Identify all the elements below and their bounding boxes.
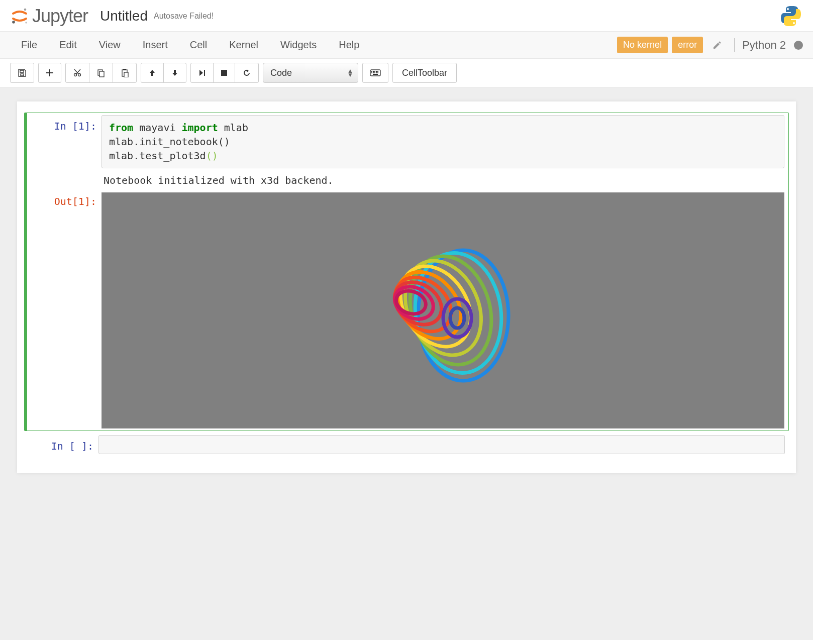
run-button[interactable] [190, 63, 214, 83]
svg-rect-11 [124, 72, 128, 77]
move-up-button[interactable] [141, 63, 164, 83]
svg-rect-20 [373, 72, 374, 73]
copy-button[interactable] [89, 63, 113, 83]
python-logo-icon [779, 4, 803, 28]
cell-type-select-wrap: Code ▲▼ [263, 63, 358, 83]
cut-button[interactable] [65, 63, 89, 83]
kernel-name[interactable]: Python 2 [742, 39, 786, 52]
menu-cell[interactable]: Cell [179, 32, 218, 58]
save-button[interactable] [10, 63, 34, 83]
paste-icon [120, 68, 129, 77]
restart-button[interactable] [235, 63, 259, 83]
svg-rect-23 [377, 72, 378, 73]
svg-rect-10 [123, 69, 126, 70]
svg-rect-19 [371, 72, 372, 73]
svg-point-6 [78, 74, 81, 76]
svg-point-2 [25, 22, 27, 23]
toolbar: Code ▲▼ CellToolbar [0, 59, 813, 87]
svg-point-5 [74, 74, 77, 76]
menu-widgets[interactable]: Widgets [269, 32, 328, 58]
insert-cell-button[interactable] [38, 63, 61, 83]
move-down-button[interactable] [163, 63, 186, 83]
notebook-container: In [1]: from mayavi import mlab mlab.ini… [17, 101, 796, 473]
code-input[interactable]: from mayavi import mlab mlab.init_notebo… [101, 115, 784, 168]
save-icon [18, 68, 27, 77]
svg-rect-21 [374, 72, 375, 73]
plus-icon [46, 69, 54, 77]
menu-edit[interactable]: Edit [48, 32, 87, 58]
menubar-right: No kernel error Python 2 [617, 37, 803, 53]
svg-point-1 [12, 21, 15, 24]
jupyter-logo[interactable]: Jupyter [10, 6, 88, 27]
stop-icon [221, 69, 228, 76]
svg-rect-22 [376, 72, 377, 73]
error-badge: error [672, 37, 703, 53]
jupyter-logo-icon [10, 7, 29, 26]
input-prompt: In [1]: [31, 115, 101, 168]
svg-rect-16 [374, 71, 375, 72]
menu-kernel[interactable]: Kernel [218, 32, 269, 58]
menu-insert[interactable]: Insert [132, 32, 179, 58]
code-input[interactable] [98, 435, 785, 454]
cell-toolbar-button[interactable]: CellToolbar [392, 63, 457, 83]
menu-help[interactable]: Help [328, 32, 370, 58]
restart-icon [242, 68, 251, 77]
svg-rect-8 [99, 71, 104, 77]
command-palette-button[interactable] [362, 63, 388, 83]
menu-view[interactable]: View [88, 32, 132, 58]
cell-type-select[interactable]: Code [263, 63, 358, 83]
output-prompt: Out[1]: [31, 190, 101, 428]
cut-icon [73, 68, 82, 77]
notebook-area: In [1]: from mayavi import mlab mlab.ini… [0, 87, 813, 640]
menu-items: File Edit View Insert Cell Kernel Widget… [10, 32, 370, 58]
interrupt-button[interactable] [213, 63, 235, 83]
notebook-name[interactable]: Untitled [100, 8, 148, 24]
notebook-header: Jupyter Untitled Autosave Failed! [0, 0, 813, 32]
svg-point-4 [793, 22, 795, 24]
run-icon [198, 69, 206, 77]
svg-point-0 [24, 9, 27, 11]
prompt-spacer [31, 168, 101, 190]
arrow-up-icon [148, 69, 156, 77]
autosave-status: Autosave Failed! [154, 12, 214, 21]
keyboard-icon [370, 69, 381, 76]
output-stdout: Notebook initialized with x3d backend. [101, 168, 784, 190]
code-cell[interactable]: In [ ]: [24, 433, 789, 456]
copy-icon [96, 68, 106, 77]
kernel-indicator-icon [794, 41, 803, 50]
no-kernel-badge: No kernel [617, 37, 668, 53]
edit-icon[interactable] [707, 40, 727, 50]
plot3d-output[interactable] [101, 192, 784, 428]
svg-rect-18 [377, 71, 378, 72]
code-cell[interactable]: In [1]: from mayavi import mlab mlab.ini… [24, 113, 789, 431]
divider [734, 38, 735, 52]
arrow-down-icon [171, 69, 179, 77]
svg-point-3 [787, 8, 789, 10]
svg-rect-14 [371, 71, 372, 72]
svg-rect-17 [376, 71, 377, 72]
paste-button[interactable] [113, 63, 137, 83]
svg-rect-24 [373, 74, 378, 75]
menu-file[interactable]: File [10, 32, 48, 58]
svg-rect-12 [221, 70, 227, 76]
menubar: File Edit View Insert Cell Kernel Widget… [0, 32, 813, 59]
logo-text: Jupyter [32, 6, 88, 27]
input-prompt: In [ ]: [28, 435, 98, 454]
svg-rect-15 [373, 71, 374, 72]
plot3d-visualization-icon [343, 220, 544, 401]
